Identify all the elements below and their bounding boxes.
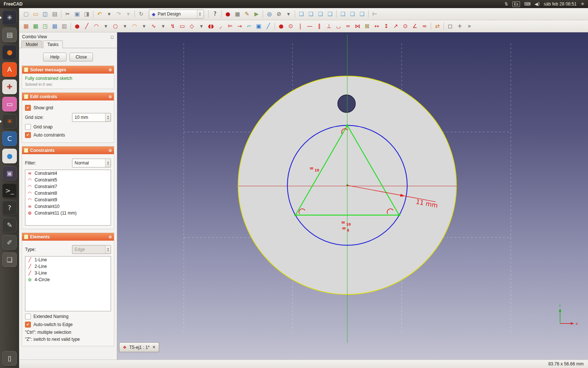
trash-launcher[interactable]: ▯ [2, 351, 17, 366]
macro-stop-button[interactable]: ■ [233, 9, 242, 19]
view-left-button[interactable]: ❑ [357, 9, 367, 19]
network-icon[interactable]: ⇅ [505, 1, 508, 7]
create-polyline-button[interactable]: ↯ [168, 21, 178, 31]
grid-snap-checkbox[interactable]: Grid snap [25, 124, 111, 130]
constrain-vertical-distance-button[interactable]: ↕ [381, 21, 391, 31]
section-collapse-icon[interactable] [108, 94, 112, 99]
view-front-button[interactable]: ❑ [306, 9, 316, 19]
solver-messages-header[interactable]: Solver messages [22, 66, 114, 74]
arc-tools-menu[interactable]: ▾ [101, 21, 111, 31]
constraint-item[interactable]: ⊙ Constraint11 (11 mm) [25, 210, 111, 216]
map-sketch-button[interactable]: ▥ [60, 21, 69, 31]
polygon-tools-menu[interactable]: ▾ [197, 21, 206, 31]
volume-icon[interactable]: ◀) [535, 1, 540, 7]
create-slot-button[interactable]: ◖◗ [206, 21, 216, 31]
constrain-refraction-button[interactable]: ≈ [420, 21, 429, 31]
create-sketch-button[interactable]: ▦ [21, 21, 31, 31]
combo-arrows-icon[interactable] [197, 10, 202, 18]
text-editor-launcher[interactable]: ✎ [2, 218, 17, 233]
media-app-launcher[interactable]: ▭ [2, 97, 17, 112]
redo-menu-button[interactable]: ▾ [123, 9, 133, 19]
macro-edit-button[interactable]: ✎ [242, 9, 252, 19]
draw-style-button[interactable]: ⊘ [274, 9, 284, 19]
element-item[interactable]: ╱ 3-Line [25, 270, 111, 276]
browser-launcher[interactable]: ● [2, 149, 17, 163]
undo-menu-button[interactable]: ▾ [104, 9, 114, 19]
workbench-selector[interactable]: ◆ Part Design [149, 10, 204, 19]
paste-button[interactable]: ◨ [82, 9, 92, 19]
constraint-item[interactable]: ◠ Constraint5 [25, 177, 111, 183]
constrain-tangent-button[interactable]: ◡ [334, 21, 343, 31]
whats-this-button[interactable]: ? [210, 9, 220, 19]
leave-sketch-button[interactable]: ◳ [40, 21, 50, 31]
create-polygon-button[interactable]: ◇ [187, 21, 197, 31]
constrain-perpendicular-button[interactable]: ⊥ [324, 21, 334, 31]
measure-distance-button[interactable]: ⊢ [370, 9, 380, 19]
constraint-item[interactable]: ◠ Constraint8 [25, 190, 111, 197]
create-point-button[interactable]: ● [72, 21, 82, 31]
grid-size-input[interactable]: 10 mm [72, 113, 111, 122]
section-collapse-icon[interactable] [108, 67, 112, 72]
undo-button[interactable]: ↶ [95, 9, 104, 19]
chromium-launcher[interactable]: C [2, 131, 17, 146]
solver-status[interactable]: Fully constrained sketch [25, 76, 111, 81]
new-document-button[interactable]: ▢ [21, 9, 31, 19]
constrain-horizontal-button[interactable]: — [305, 21, 315, 31]
construction-mode-button[interactable]: ╱ [263, 21, 273, 31]
extended-naming-checkbox[interactable]: Extended Naming [25, 314, 111, 319]
constrain-symmetric-button[interactable]: ⋈ [353, 21, 362, 31]
constraint-item[interactable]: ◠ Constraint7 [25, 183, 111, 190]
constrain-parallel-button[interactable]: ∥ [315, 21, 324, 31]
element-item[interactable]: ⊙ 4-Circle [25, 276, 111, 283]
element-item[interactable]: ╱ 1-Line [25, 256, 111, 263]
print-button[interactable]: ▤ [50, 9, 60, 19]
section-collapse-icon[interactable] [108, 148, 112, 153]
freecad-launcher[interactable]: ✳ [2, 10, 17, 25]
settings-gear-launcher[interactable]: ✳ [2, 114, 17, 129]
gimp-launcher[interactable]: ✐ [2, 235, 17, 250]
constrain-lock-button[interactable]: ⊠ [362, 21, 372, 31]
macro-play-button[interactable]: ▶ [252, 9, 261, 19]
circle-tools-menu[interactable]: ▾ [120, 21, 130, 31]
constraint-item[interactable]: ◠ Constraint9 [25, 197, 111, 203]
view-rear-button[interactable]: ❑ [338, 9, 348, 19]
bspline-tools-menu[interactable]: ▾ [158, 21, 168, 31]
create-line-button[interactable]: ╱ [82, 21, 92, 31]
constrain-horizontal-distance-button[interactable]: ↔ [372, 21, 381, 31]
constrain-radius-button[interactable]: ⊙ [401, 21, 410, 31]
panel-float-icon[interactable]: ◻ [111, 35, 114, 39]
create-rectangle-button[interactable]: ▭ [178, 21, 187, 31]
element-item[interactable]: ╱ 2-Line [25, 263, 111, 270]
combo-arrows-icon[interactable] [105, 159, 111, 167]
copy-button[interactable]: ▣ [72, 9, 82, 19]
software-center-launcher[interactable]: A [2, 62, 17, 77]
create-arc-button[interactable]: ◠ [92, 21, 101, 31]
trim-edge-button[interactable]: ✄ [225, 21, 235, 31]
create-conic-button[interactable]: ◠ [130, 21, 139, 31]
view-bottom-button[interactable]: ❑ [348, 9, 357, 19]
constrain-vertical-button[interactable]: | [295, 21, 305, 31]
session-gear-icon[interactable]: ✳ [581, 1, 584, 7]
elements-header[interactable]: Elements [22, 233, 114, 241]
edit-controls-header[interactable]: Edit controls [22, 93, 114, 100]
draw-style-menu-button[interactable]: ▾ [284, 9, 293, 19]
create-bspline-button[interactable]: ∿ [149, 21, 158, 31]
view-isometric-button[interactable]: ❑ [297, 9, 306, 19]
keyboard-layout-badge[interactable]: Es [512, 1, 520, 7]
constraints-header[interactable]: Constraints [22, 146, 114, 154]
clock[interactable]: sáb feb 28 08:51 [544, 1, 577, 7]
close-tab-icon[interactable]: ✕ [152, 345, 155, 350]
save-document-button[interactable]: ◫ [40, 9, 50, 19]
3d-viewport[interactable]: = 10 = 10 = 4 11 mm [117, 32, 588, 360]
auto-constraints-checkbox[interactable]: Auto constraints [25, 132, 111, 138]
constrain-coincident-button[interactable]: ● [276, 21, 286, 31]
keyboard-icon[interactable]: ⌨ [524, 1, 530, 7]
tab-model[interactable]: Model [21, 40, 42, 48]
conic-tools-menu[interactable]: ▾ [139, 21, 149, 31]
tab-tasks[interactable]: Tasks [43, 40, 63, 48]
constrain-point-on-object-button[interactable]: ⊙ [286, 21, 295, 31]
macro-record-button[interactable]: ● [223, 9, 233, 19]
select-constraints-button[interactable]: ◻ [445, 21, 455, 31]
document-tab[interactable]: ❖ T5-ej1 : 1* ✕ [119, 342, 159, 352]
constraint-item[interactable]: = Constraint4 [25, 170, 111, 177]
